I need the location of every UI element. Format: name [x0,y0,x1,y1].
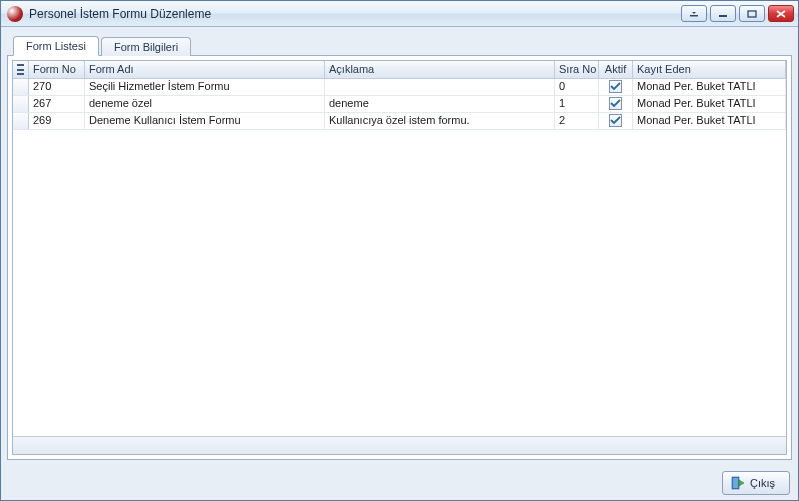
column-selector-icon[interactable] [13,61,29,78]
cell-aktif [599,113,633,129]
checkbox-aktif[interactable] [609,80,622,93]
cell-aciklama: Kullanıcıya özel istem formu. [325,113,555,129]
svg-rect-2 [748,11,756,17]
svg-rect-1 [719,15,727,17]
window-title: Personel İstem Formu Düzenleme [29,7,681,21]
cell-sira-no: 2 [555,113,599,129]
svg-rect-0 [690,15,698,17]
menu-icon [17,64,24,75]
content-area: Form Listesi Form Bilgileri Form No Form… [1,27,798,466]
window-controls [681,5,794,22]
bottom-toolbar: Çıkış [1,466,798,500]
titlebar: Personel İstem Formu Düzenleme [1,1,798,27]
grid-header: Form No Form Adı Açıklama Sıra No Aktif … [13,61,786,79]
checkbox-aktif[interactable] [609,97,622,110]
cell-aktif [599,79,633,95]
grid-footer [13,436,786,454]
cell-sira-no: 1 [555,96,599,112]
cell-sira-no: 0 [555,79,599,95]
svg-rect-4 [733,478,738,488]
column-header-aktif[interactable]: Aktif [599,61,633,78]
cell-form-no: 270 [29,79,85,95]
cell-kayit-eden: Monad Per. Buket TATLI [633,113,786,129]
column-header-aciklama[interactable]: Açıklama [325,61,555,78]
row-indicator [13,113,29,129]
checkbox-aktif[interactable] [609,114,622,127]
exit-button-label: Çıkış [750,477,775,489]
cell-aciklama [325,79,555,95]
cell-form-no: 269 [29,113,85,129]
column-header-form-adi[interactable]: Form Adı [85,61,325,78]
column-header-kayit-eden[interactable]: Kayıt Eden [633,61,786,78]
close-button[interactable] [768,5,794,22]
tab-form-bilgileri[interactable]: Form Bilgileri [101,37,191,56]
cell-aciklama: deneme [325,96,555,112]
tab-form-listesi[interactable]: Form Listesi [13,36,99,56]
tab-strip: Form Listesi Form Bilgileri [13,33,792,55]
column-header-form-no[interactable]: Form No [29,61,85,78]
row-indicator [13,96,29,112]
app-window: Personel İstem Formu Düzenleme Form List… [0,0,799,501]
tab-pane: Form No Form Adı Açıklama Sıra No Aktif … [7,55,792,460]
maximize-button[interactable] [739,5,765,22]
data-grid[interactable]: Form No Form Adı Açıklama Sıra No Aktif … [12,60,787,455]
cell-kayit-eden: Monad Per. Buket TATLI [633,79,786,95]
exit-button[interactable]: Çıkış [722,471,790,495]
grid-body: 270Seçili Hizmetler İstem Formu0Monad Pe… [13,79,786,436]
cell-form-adi: deneme özel [85,96,325,112]
cell-kayit-eden: Monad Per. Buket TATLI [633,96,786,112]
cell-form-adi: Seçili Hizmetler İstem Formu [85,79,325,95]
column-header-sira-no[interactable]: Sıra No [555,61,599,78]
dropdown-button[interactable] [681,5,707,22]
minimize-button[interactable] [710,5,736,22]
cell-form-adi: Deneme Kullanıcı İstem Formu [85,113,325,129]
exit-icon [731,476,745,490]
app-icon [7,6,23,22]
cell-form-no: 267 [29,96,85,112]
cell-aktif [599,96,633,112]
table-row[interactable]: 269Deneme Kullanıcı İstem FormuKullanıcı… [13,113,786,130]
table-row[interactable]: 267deneme özeldeneme1Monad Per. Buket TA… [13,96,786,113]
row-indicator [13,79,29,95]
table-row[interactable]: 270Seçili Hizmetler İstem Formu0Monad Pe… [13,79,786,96]
